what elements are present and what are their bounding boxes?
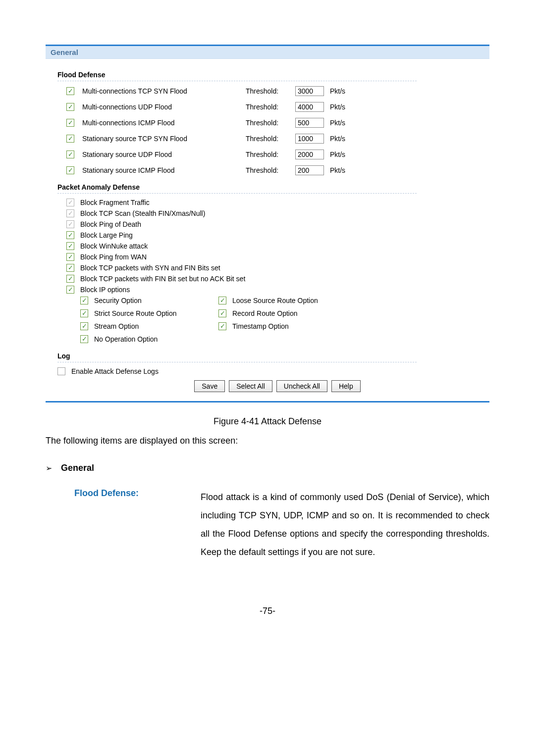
- anomaly-label-5: Block Ping from WAN: [80, 253, 147, 261]
- ip-options: Security Option Loose Source Route Optio…: [80, 297, 478, 343]
- checkbox-flood-2[interactable]: [66, 119, 74, 127]
- checkbox-enable-log[interactable]: [57, 367, 65, 375]
- checkbox-anomaly-1[interactable]: [66, 209, 74, 217]
- checkbox-anomaly-3[interactable]: [66, 231, 74, 239]
- flood-label-5: Stationary source ICMP Flood: [82, 166, 246, 174]
- ipopt-label: No Operation Option: [94, 335, 215, 343]
- flood-defense-text: Flood attack is a kind of commonly used …: [201, 488, 489, 561]
- bullet-general: ➢ General: [46, 463, 489, 473]
- checkbox-ipopt-timestamp[interactable]: [218, 322, 226, 330]
- checkbox-anomaly-6[interactable]: [66, 264, 74, 272]
- checkbox-anomaly-4[interactable]: [66, 242, 74, 250]
- checkbox-anomaly-8[interactable]: [66, 286, 74, 294]
- checkbox-anomaly-5[interactable]: [66, 253, 74, 261]
- threshold-label: Threshold:: [246, 87, 295, 95]
- threshold-label: Threshold:: [246, 166, 295, 174]
- checkbox-ipopt-no-operation[interactable]: [80, 335, 88, 343]
- threshold-input-1[interactable]: [295, 102, 324, 112]
- anomaly-label-4: Block WinNuke attack: [80, 242, 148, 250]
- divider: [57, 81, 417, 81]
- anomaly-label-3: Block Large Ping: [80, 231, 133, 239]
- threshold-unit: Pkt/s: [330, 151, 355, 158]
- threshold-unit: Pkt/s: [330, 166, 355, 174]
- uncheck-all-button[interactable]: Uncheck All: [276, 380, 327, 392]
- button-row: Save Select All Uncheck All Help: [77, 380, 478, 392]
- anomaly-label-1: Block TCP Scan (Stealth FIN/Xmas/Null): [80, 209, 205, 217]
- threshold-unit: Pkt/s: [330, 119, 355, 127]
- flood-label-4: Stationary source UDP Flood: [82, 151, 246, 158]
- threshold-input-0[interactable]: [295, 86, 324, 96]
- anomaly-label-8: Block IP options: [80, 286, 130, 294]
- log-label: Enable Attack Defense Logs: [71, 367, 159, 375]
- flood-grid: Multi-connections TCP SYN Flood Threshol…: [66, 86, 478, 175]
- threshold-input-4[interactable]: [295, 150, 324, 159]
- select-all-button[interactable]: Select All: [229, 380, 272, 392]
- checkbox-ipopt-loose-source-route[interactable]: [218, 297, 226, 304]
- threshold-unit: Pkt/s: [330, 103, 355, 111]
- panel-body: Flood Defense Multi-connections TCP SYN …: [46, 59, 489, 401]
- figure-caption: Figure 4-41 Attack Defense: [46, 416, 489, 427]
- definition-grid: Flood Defense: Flood attack is a kind of…: [74, 488, 489, 561]
- ipopt-label: Stream Option: [94, 322, 215, 330]
- panel-header: General: [46, 46, 489, 59]
- anomaly-label-6: Block TCP packets with SYN and FIN Bits …: [80, 264, 220, 272]
- log-title: Log: [57, 352, 478, 360]
- checkbox-ipopt-strict-source-route[interactable]: [80, 309, 88, 317]
- checkbox-flood-5[interactable]: [66, 166, 74, 174]
- checkbox-ipopt-record-route[interactable]: [218, 309, 226, 317]
- intro-text: The following items are displayed on thi…: [46, 436, 489, 446]
- threshold-input-3[interactable]: [295, 134, 324, 144]
- threshold-input-2[interactable]: [295, 118, 324, 128]
- anomaly-label-2: Block Ping of Death: [80, 220, 141, 228]
- general-panel: General Flood Defense Multi-connections …: [46, 45, 489, 403]
- checkbox-flood-4[interactable]: [66, 151, 74, 158]
- threshold-input-5[interactable]: [295, 165, 324, 175]
- anomaly-label-7: Block TCP packets with FIN Bit set but n…: [80, 275, 245, 283]
- checkbox-flood-1[interactable]: [66, 103, 74, 111]
- triangle-icon: ➢: [46, 463, 52, 473]
- ipopt-label: Strict Source Route Option: [94, 309, 215, 317]
- checkbox-anomaly-0[interactable]: [66, 199, 74, 206]
- checkbox-anomaly-2[interactable]: [66, 220, 74, 228]
- flood-defense-title: Flood Defense: [57, 71, 478, 79]
- flood-defense-label: Flood Defense:: [74, 488, 186, 561]
- anomaly-list: Block Fragment Traffic Block TCP Scan (S…: [66, 199, 478, 294]
- anomaly-label-0: Block Fragment Traffic: [80, 199, 150, 206]
- threshold-label: Threshold:: [246, 119, 295, 127]
- page-number: -75-: [46, 606, 489, 616]
- threshold-label: Threshold:: [246, 103, 295, 111]
- ipopt-label: Loose Source Route Option: [232, 297, 361, 304]
- save-button[interactable]: Save: [194, 380, 225, 392]
- flood-label-1: Multi-connections UDP Flood: [82, 103, 246, 111]
- bullet-label: General: [61, 463, 94, 473]
- checkbox-ipopt-security[interactable]: [80, 297, 88, 304]
- flood-label-0: Multi-connections TCP SYN Flood: [82, 87, 246, 95]
- checkbox-flood-0[interactable]: [66, 87, 74, 95]
- ipopt-label: Timestamp Option: [232, 322, 361, 330]
- threshold-label: Threshold:: [246, 151, 295, 158]
- threshold-label: Threshold:: [246, 135, 295, 143]
- checkbox-flood-3[interactable]: [66, 135, 74, 143]
- checkbox-anomaly-7[interactable]: [66, 275, 74, 283]
- ipopt-label: Security Option: [94, 297, 215, 304]
- threshold-unit: Pkt/s: [330, 135, 355, 143]
- flood-label-2: Multi-connections ICMP Flood: [82, 119, 246, 127]
- checkbox-ipopt-stream[interactable]: [80, 322, 88, 330]
- flood-label-3: Stationary source TCP SYN Flood: [82, 135, 246, 143]
- anomaly-title: Packet Anomaly Defense: [57, 183, 478, 191]
- divider: [57, 193, 417, 194]
- divider: [57, 362, 417, 362]
- ipopt-label: Record Route Option: [232, 309, 361, 317]
- help-button[interactable]: Help: [331, 380, 361, 392]
- threshold-unit: Pkt/s: [330, 87, 355, 95]
